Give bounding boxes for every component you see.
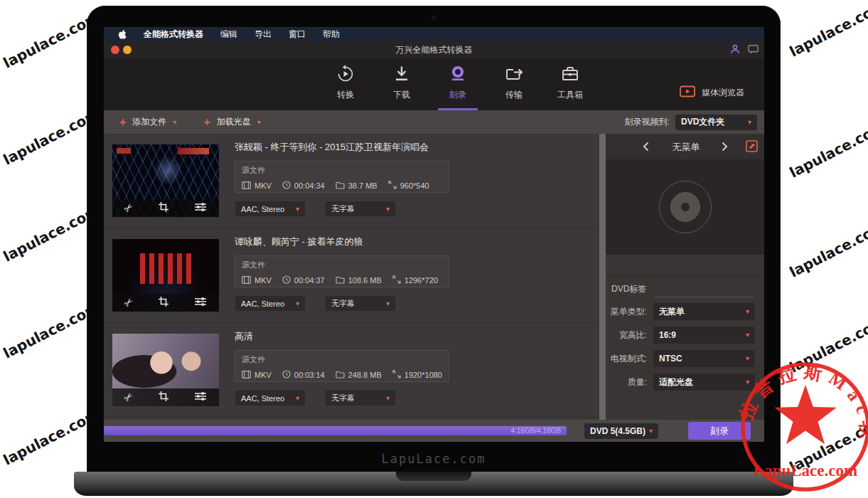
subtitle-dropdown[interactable]: 无字幕 ▾: [325, 390, 396, 406]
tab-toolbox[interactable]: 工具箱: [553, 65, 587, 101]
download-icon: [392, 65, 411, 85]
toolbar: 转换 下载 刻录 传输: [104, 58, 764, 110]
tab-burn[interactable]: 刻录: [441, 65, 475, 101]
audio-track-dropdown[interactable]: AAC, Stereo ▾: [235, 390, 306, 406]
tab-download[interactable]: 下载: [385, 65, 419, 101]
page: { "watermark": { "text": "lapulace.com" …: [0, 0, 868, 498]
stamp-site-text: LapuLace.com: [754, 462, 857, 480]
toolbox-icon: [561, 65, 579, 85]
effects-sliders-icon[interactable]: [194, 202, 207, 215]
tv-logo: [117, 148, 131, 154]
title-bar: 万兴全能格式转换器: [104, 41, 764, 58]
video-thumbnail[interactable]: ✂: [112, 239, 219, 312]
subtitle-dropdown[interactable]: 无字幕 ▾: [325, 201, 396, 217]
aspect-ratio-dropdown[interactable]: 16:9 ▾: [653, 327, 755, 344]
menu-type-dropdown[interactable]: 无菜单 ▾: [653, 303, 755, 320]
tv-standard-label: 电视制式:: [606, 353, 647, 365]
laptop-base: [74, 472, 793, 496]
caret-down-icon: ▾: [746, 332, 749, 339]
tab-convert[interactable]: 转换: [328, 65, 363, 101]
effects-sliders-icon[interactable]: [194, 297, 207, 309]
disc-size-dropdown[interactable]: DVD 5(4.5GB) ▾: [584, 423, 658, 439]
file-row[interactable]: ✂ 张靓颖 - 终于等到你 - 2015江苏卫视新年演唱会 源文件 MKV 00…: [104, 134, 599, 228]
add-files-button[interactable]: + 添加文件 ▾: [119, 116, 176, 128]
file-format: MKV: [254, 371, 272, 379]
watermark: lapulace.com: [787, 218, 868, 281]
aspect-ratio-value: 16:9: [659, 330, 676, 340]
transfer-icon: [505, 65, 524, 85]
load-disc-button[interactable]: + 加载光盘 ▾: [203, 116, 260, 128]
media-browser-button[interactable]: 媒体浏览器: [680, 85, 744, 100]
disc-icon: [659, 181, 712, 233]
laptop-screen: 全能格式转换器 编辑 导出 窗口 帮助 万兴全能格式转换器: [87, 6, 781, 473]
effects-sliders-icon[interactable]: [194, 391, 207, 404]
tab-label: 传输: [505, 89, 523, 101]
media-browser-icon: [680, 85, 695, 100]
folder-icon: [336, 181, 345, 191]
source-label: 源文件: [242, 354, 442, 365]
dvd-label-input[interactable]: [653, 282, 754, 297]
file-size: 38.7 MB: [348, 181, 377, 190]
subtitle-dropdown[interactable]: 无字幕 ▾: [325, 295, 396, 312]
audio-track-value: AAC, Stereo: [241, 300, 284, 308]
audio-track-value: AAC, Stereo: [241, 394, 284, 403]
resolution-icon: [388, 181, 397, 191]
crop-icon[interactable]: [158, 391, 169, 405]
menu-item-window[interactable]: 窗口: [289, 28, 306, 41]
subtitle-value: 无字幕: [331, 298, 355, 309]
video-thumbnail[interactable]: ✂: [112, 144, 219, 217]
crop-icon[interactable]: [158, 201, 169, 216]
main-area: ✂ 张靓颖 - 终于等到你 - 2015江苏卫视新年演唱会 源文件 MKV 00…: [104, 134, 764, 420]
subtitle-value: 无字幕: [331, 203, 355, 214]
menu-item-export[interactable]: 导出: [254, 28, 272, 41]
action-bar: + 添加文件 ▾ + 加载光盘 ▾ 刻录视频到: DVD文件夹 ▾: [104, 110, 764, 134]
apple-icon[interactable]: [118, 29, 127, 39]
load-disc-label: 加载光盘: [217, 116, 251, 128]
file-size: 108.6 MB: [348, 276, 382, 285]
feedback-chat-icon[interactable]: [748, 44, 759, 57]
media-browser-label: 媒体浏览器: [702, 87, 744, 99]
scrollbar[interactable]: [599, 134, 606, 420]
caret-down-icon: ▾: [386, 300, 390, 307]
menu-item-help[interactable]: 帮助: [323, 28, 340, 41]
file-list: ✂ 张靓颖 - 终于等到你 - 2015江苏卫视新年演唱会 源文件 MKV 00…: [104, 134, 599, 420]
caret-down-icon: ▾: [296, 395, 299, 402]
edit-toolbar: ✂: [112, 294, 219, 312]
caret-down-icon: ▾: [746, 308, 749, 315]
stage-lights: [140, 253, 191, 284]
source-label: 源文件: [242, 260, 442, 270]
video-format-icon: [242, 181, 251, 191]
tab-transfer[interactable]: 传输: [497, 65, 531, 101]
audio-track-dropdown[interactable]: AAC, Stereo ▾: [235, 295, 306, 312]
plus-icon: +: [203, 117, 210, 128]
audio-track-dropdown[interactable]: AAC, Stereo ▾: [235, 201, 306, 217]
caret-down-icon[interactable]: ▾: [257, 119, 261, 126]
crop-icon[interactable]: [158, 296, 169, 310]
file-row[interactable]: ✂ 高清 源文件 MKV 00:03:14 248.8 MB 1920*1080: [104, 323, 599, 418]
audio-track-value: AAC, Stereo: [241, 205, 284, 213]
edit-menu-icon[interactable]: [746, 140, 758, 155]
video-format-icon: [242, 371, 251, 380]
trim-icon[interactable]: ✂: [122, 296, 136, 310]
quality-label: 质量:: [606, 376, 647, 388]
menu-item-app[interactable]: 全能格式转换器: [144, 28, 203, 41]
tv-banner: [178, 148, 209, 154]
quality-value: 适配光盘: [659, 376, 693, 388]
trim-icon[interactable]: ✂: [122, 201, 136, 216]
trim-icon[interactable]: ✂: [122, 391, 136, 405]
menu-template-nav: 无菜单: [606, 134, 764, 159]
video-thumbnail[interactable]: ✂: [112, 334, 219, 406]
resolution-icon: [392, 275, 401, 285]
file-row[interactable]: ✂ 谭咏麟、顾芮宁 - 披着羊皮的狼 源文件 MKV 00:04:37 108.…: [104, 228, 599, 323]
chevron-left-icon[interactable]: [643, 142, 649, 154]
disc-capacity-progress-bar: 4.16GB/4.16GB: [104, 426, 567, 435]
chevron-right-icon[interactable]: [722, 142, 728, 154]
caret-down-icon: ▾: [748, 119, 751, 126]
source-info-box: 源文件 MKV 00:04:37 108.6 MB 1296*720: [235, 255, 449, 287]
file-duration: 00:04:37: [294, 276, 325, 285]
caret-down-icon[interactable]: ▾: [173, 119, 176, 126]
user-account-icon[interactable]: [730, 44, 740, 57]
burn-destination-dropdown[interactable]: DVD文件夹 ▾: [675, 115, 757, 130]
menu-item-edit[interactable]: 编辑: [220, 28, 237, 41]
tab-label: 刻录: [449, 89, 466, 101]
